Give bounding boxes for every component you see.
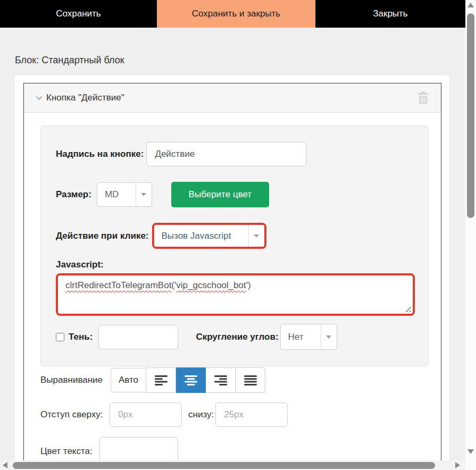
- scroll-up-icon[interactable]: [467, 3, 474, 7]
- click-action-label: Действие при клике:: [56, 231, 149, 241]
- align-center-icon: [185, 375, 197, 385]
- js-code-segment: clrtRedirectToTelegramBot: [65, 280, 171, 290]
- margin-bottom-label: снизу:: [188, 409, 214, 420]
- horizontal-scrollbar[interactable]: [0, 460, 466, 470]
- resize-grip-icon[interactable]: [405, 306, 411, 312]
- trash-icon[interactable]: [417, 91, 429, 105]
- align-auto-button[interactable]: Авто: [111, 368, 146, 392]
- js-code-segment: vip_gcschool_bot: [176, 280, 246, 290]
- select-arrow-icon: [321, 324, 337, 349]
- scroll-left-icon[interactable]: [3, 462, 7, 468]
- align-right-button[interactable]: [206, 367, 236, 393]
- alignment-row: Выравнивание Авто: [40, 367, 429, 393]
- page-title: Блок: Стандартный блок: [15, 55, 124, 66]
- js-code-segment: '): [246, 280, 251, 290]
- select-arrow-icon: [248, 225, 264, 247]
- rounding-select[interactable]: Нет: [280, 324, 337, 350]
- save-button[interactable]: Сохранить: [0, 0, 157, 28]
- click-action-select[interactable]: Вызов Javascript: [154, 225, 264, 247]
- click-action-select-value: Вызов Javascript: [154, 225, 248, 247]
- vertical-scrollbar[interactable]: [465, 0, 476, 470]
- scroll-down-icon[interactable]: [467, 449, 474, 454]
- horizontal-scrollbar-thumb[interactable]: [13, 462, 435, 469]
- size-select-value: MD: [97, 183, 136, 206]
- chevron-down-icon[interactable]: [36, 96, 43, 100]
- align-left-button[interactable]: [146, 367, 176, 393]
- size-row: Размер: MD Выберите цвет: [56, 182, 413, 207]
- align-justify-icon: [244, 375, 257, 385]
- block-settings: Надпись на кнопке: Размер: MD Выберите ц…: [24, 113, 441, 468]
- margin-top-input[interactable]: [110, 402, 182, 427]
- margin-bottom-input[interactable]: [215, 402, 288, 427]
- select-arrow-icon: [136, 183, 152, 206]
- js-code-segment: (': [171, 280, 176, 290]
- javascript-textarea[interactable]: clrtRedirectToTelegramBot('vip_gcschool_…: [56, 273, 415, 316]
- block-title: Кнопка "Действие": [46, 93, 124, 103]
- click-action-highlight-ring: Вызов Javascript: [152, 223, 266, 249]
- shadow-label: Тень:: [69, 332, 93, 342]
- align-left-icon: [155, 375, 168, 385]
- close-button[interactable]: Закрыть: [315, 0, 465, 28]
- editor-panel: Кнопка "Действие" Надпись на кнопке:: [15, 75, 449, 470]
- javascript-label: Javascript:: [56, 259, 413, 270]
- alignment-button-group: [146, 367, 265, 393]
- rounding-select-value: Нет: [281, 324, 321, 349]
- alignment-label: Выравнивание: [40, 375, 111, 385]
- shadow-rounding-row: Тень: Скругление углов: Нет: [56, 324, 413, 350]
- align-right-icon: [214, 375, 227, 385]
- shadow-input[interactable]: [98, 325, 178, 349]
- size-label: Размер:: [56, 189, 91, 200]
- margins-row: Отступ сверху: снизу:: [40, 402, 429, 427]
- save-and-close-button[interactable]: Сохранить и закрыть: [157, 0, 315, 28]
- margin-top-label: Отступ сверху:: [40, 409, 110, 420]
- size-select[interactable]: MD: [97, 182, 152, 207]
- text-color-label: Цвет текста:: [40, 446, 99, 457]
- vertical-scrollbar-thumb[interactable]: [467, 13, 474, 218]
- scroll-right-icon[interactable]: [455, 462, 460, 468]
- caption-label: Надпись на кнопке:: [56, 149, 144, 160]
- button-block-box: Кнопка "Действие" Надпись на кнопке:: [23, 83, 441, 470]
- caption-input[interactable]: [146, 142, 306, 166]
- block-header[interactable]: Кнопка "Действие": [24, 83, 441, 113]
- shadow-checkbox[interactable]: [56, 333, 64, 341]
- button-settings-panel: Надпись на кнопке: Размер: MD Выберите ц…: [40, 125, 429, 366]
- top-toolbar: Сохранить Сохранить и закрыть Закрыть: [0, 0, 465, 28]
- click-action-row: Действие при клике: Вызов Javascript: [56, 223, 413, 249]
- choose-color-button[interactable]: Выберите цвет: [171, 182, 269, 207]
- align-center-button[interactable]: [176, 367, 206, 393]
- caption-row: Надпись на кнопке:: [56, 142, 413, 166]
- rounding-label: Скругление углов:: [196, 332, 278, 342]
- align-justify-button[interactable]: [236, 367, 265, 393]
